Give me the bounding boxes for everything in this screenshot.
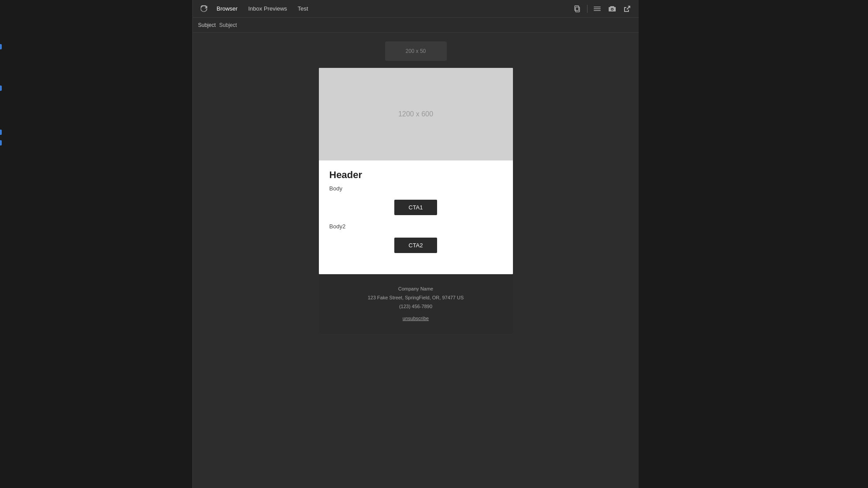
footer-unsubscribe-wrapper: unsubscribe [328,314,504,323]
email-body: Header Body CTA1 Body2 CTA2 [319,160,513,274]
logo-placeholder-text: 200 x 50 [405,48,426,54]
email-container: 1200 x 600 Header Body CTA1 Body2 CTA2 [319,68,513,274]
subject-bar: Subject Subject [193,18,639,33]
main-panel: Browser Inbox Previews Test [192,0,639,488]
indicator-2 [0,86,2,91]
tab-inbox-previews[interactable]: Inbox Previews [244,3,292,15]
refresh-icon [201,5,208,12]
external-link-button[interactable] [621,4,633,14]
tab-browser[interactable]: Browser [212,3,242,15]
camera-button[interactable] [606,4,618,14]
indicator-1 [0,44,2,49]
left-sidebar [0,0,192,488]
footer-company-name: Company Name [328,285,504,294]
hero-image: 1200 x 600 [319,68,513,160]
camera-icon [609,5,616,12]
svg-rect-4 [594,10,601,11]
hero-placeholder-text: 1200 x 600 [398,110,433,118]
logo-placeholder: 200 x 50 [385,41,447,61]
tab-test[interactable]: Test [293,3,313,15]
email-header: Header [329,169,502,181]
subject-value: Subject [219,22,237,28]
content-area: 200 x 50 1200 x 600 Header Body CTA1 Bod… [193,33,639,488]
copy-button[interactable] [571,4,584,14]
cta2-button[interactable]: CTA2 [394,238,437,253]
cta2-wrapper: CTA2 [329,238,502,253]
cta1-button[interactable]: CTA1 [394,200,437,215]
email-body-text-1: Body [329,185,502,192]
indicator-4 [0,140,2,145]
toolbar-right-actions [571,4,633,14]
refresh-button[interactable] [198,4,210,14]
cta1-wrapper: CTA1 [329,200,502,215]
footer-unsubscribe-link[interactable]: unsubscribe [403,316,429,321]
indicator-3 [0,130,2,135]
email-footer: Company Name 123 Fake Street, SpringFiel… [319,274,513,334]
menu-button[interactable] [591,4,603,14]
footer-address: 123 Fake Street, SpringField, OR, 97477 … [328,294,504,302]
toolbar-separator [587,5,587,13]
external-link-icon [624,5,631,12]
right-sidebar [639,0,868,488]
svg-rect-2 [594,7,601,7]
subject-label: Subject [198,22,216,28]
email-body-text-2: Body2 [329,223,502,230]
footer-phone: (123) 456-7890 [328,302,504,311]
left-indicators [0,0,4,488]
menu-icon [594,5,601,12]
copy-icon [574,5,581,12]
toolbar: Browser Inbox Previews Test [193,0,639,18]
svg-rect-3 [594,8,601,9]
